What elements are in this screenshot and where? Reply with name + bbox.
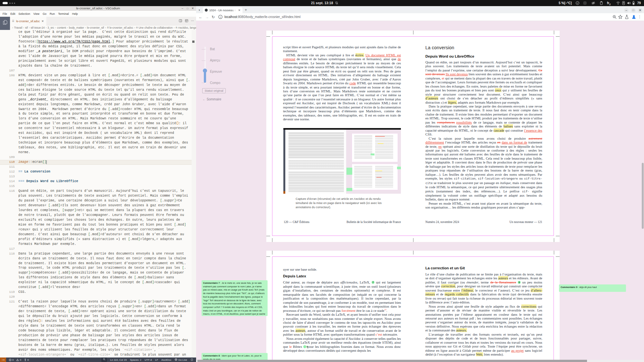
editor-line[interactable]: boutons de la barre de menu (gras, itali… (0, 343, 192, 348)
language-mode[interactable]: AsciiDoc (161, 358, 171, 361)
display-icon[interactable] (583, 1, 587, 5)
editor-line[interactable]: #ceux# qui y utilisent les feuilles de s… (0, 227, 192, 232)
profile-avatar-icon[interactable] (631, 14, 636, 19)
editor-line[interactable]: est Asciidoc, qui est inspiré de Docbook… (0, 131, 192, 136)
horizontal-scrollbar-thumb[interactable] (197, 360, 587, 362)
check-circle-icon[interactable] (575, 1, 580, 5)
editor-line[interactable]: se concentre sur l’essentiel nécessaire … (0, 126, 192, 131)
editor-line[interactable]: partie de ce que l’on peut faire en HTML… (0, 121, 192, 126)
system-monitor-indicator[interactable]: 5 %[–°C] (559, 0, 572, 6)
breadcrumb-item[interactable]: body_matter (69, 26, 84, 29)
breadcrumb[interactable]: ›Travail›sif›sif-issue-24›3_src›content›… (10, 25, 196, 30)
bookmark-star-icon[interactable] (618, 14, 623, 19)
editor-line[interactable]: l’essentiel des caractéristiques. Asciid… (0, 136, 192, 141)
tab-close-icon[interactable]: ✕ (42, 20, 44, 23)
editor-line[interactable]: plus souvent. Les traitements de texte a… (0, 194, 192, 199)
step-compo[interactable]: Compo (210, 81, 220, 85)
breadcrumb-item[interactable]: 3_src (48, 26, 54, 29)
editor-line[interactable]: Cela peut finir par être gênant, quand o… (0, 93, 192, 97)
editor-line[interactable]: à du texte simple, et sera pourtant inte… (0, 112, 192, 116)
editor-line[interactable]: l’adoption d’une norme pour les médias p… (0, 35, 192, 40)
editor-line[interactable]: à la fixité du média paginé, il faut don… (0, 44, 192, 49)
editor-line[interactable]: 113 (0, 174, 192, 179)
go-live[interactable]: Go Live (175, 358, 187, 361)
breadcrumb-item[interactable]: Travail (14, 26, 22, 29)
url-bar[interactable]: localhost:8080/body_matter/le-crosnier_s… (224, 15, 300, 19)
editor-line[interactable]: constitue [.add]#l'essence des# (0, 285, 192, 290)
editor-line[interactable]: 114=== Depuis Word ou LibreOffice (0, 179, 192, 184)
eye-off-icon[interactable] (591, 1, 595, 5)
editor-line[interactable]: suppr]#compétences# [.add]#possibilités#… (0, 271, 192, 275)
cursor-position[interactable]: Ln 110, Col 15 (110, 358, 127, 361)
notifications-bell-icon[interactable] (190, 358, 194, 361)
editor-line[interactable]: code beaucoup plus lisible, léger et ada… (0, 329, 192, 333)
more-actions-icon[interactable]: ⋯ (191, 19, 194, 23)
tab-search-chevron-icon[interactable]: ▾ (199, 9, 200, 12)
close-button[interactable]: ✕ (191, 7, 194, 10)
editor-line[interactable]: #différemment# l’encodage HTML des artic… (0, 304, 192, 309)
split-editor-icon[interactable] (179, 19, 182, 23)
editor-line[interactable]: technique et incorpore beaucoup plus d’é… (0, 141, 192, 145)
browser-minimize-button[interactable]: – (624, 8, 629, 13)
forward-icon[interactable]: → (205, 15, 209, 19)
editor-line[interactable]: 120 (0, 295, 192, 300)
ports-indicator[interactable]: 0 (24, 358, 29, 361)
restore-button[interactable]: □ (186, 7, 189, 10)
tab-le-crosnier-sif-adoc[interactable]: ☰ le-crosnier_sif.adoc ✕ (10, 17, 46, 25)
menu-help[interactable]: Help (72, 12, 78, 15)
menu-go[interactable]: Go (43, 12, 46, 15)
clock[interactable]: 21 sept. 13:18 (311, 0, 338, 6)
editor-line[interactable]: de notre travail, plutôt que de l’accomp… (0, 213, 192, 218)
sommaire-link[interactable]: ← Sommaire (203, 97, 221, 101)
breadcrumb-item[interactable]: le-crosnier_sif (87, 26, 104, 29)
editor-line[interactable]: 109 (0, 155, 192, 160)
editor-line[interactable]: 119CSS. (0, 290, 192, 295)
browser-close-button[interactable]: ✕ (638, 8, 642, 13)
battery-icon[interactable] (631, 1, 636, 5)
editor-line[interactable]: tableaux, des notes, une bibliographie, … (0, 145, 192, 150)
menu-view[interactable]: View (33, 12, 40, 15)
editor-line[interactable]: lourdes et complexes, [suppr]#et# qui se… (0, 208, 192, 213)
editor-line[interactable]: ajoutés dans la chaîne de traitement. (0, 64, 192, 69)
new-tab-button[interactable]: + (245, 8, 247, 12)
breadcrumb-item[interactable]: sif-issue-24 (31, 26, 44, 29)
layout-icon[interactable] (185, 19, 188, 23)
volume-icon[interactable] (627, 1, 631, 5)
editor-line[interactable]: 115 (0, 184, 192, 189)
editor-line[interactable]: avoir des noms sémantiques. Par exemple,… (0, 348, 192, 353)
editor[interactable]: ce que l’éditeur à organisé sur la page.… (0, 30, 192, 359)
minimize-button[interactable]: – (181, 7, 184, 10)
editor-line[interactable]: gens _écrivent_ directement en HTML. Des… (0, 97, 192, 102)
editor-line[interactable]: modifier _a posteriori_ le DOM produit p… (0, 49, 192, 54)
step-apercu[interactable]: Aperçu (210, 59, 220, 62)
zoom-icon[interactable] (612, 14, 617, 19)
step-bat[interactable]: Bat (210, 47, 215, 51)
stepper-knob[interactable] (203, 69, 207, 73)
editor-scrollbar[interactable] (192, 30, 196, 359)
step-epreuve[interactable]: Épreuve (210, 70, 222, 73)
editor-line[interactable]: sont devenues# [.add]#Ils sont devenus# … (0, 203, 192, 208)
editor-line[interactable]: 111 (0, 165, 192, 170)
editor-line[interactable]: +sif-locution-etrangere+` ou `+sif-titre… (0, 353, 192, 357)
editor-line[interactable]: style dans le traitement de texte sont t… (0, 324, 192, 329)
browser-restore-button[interactable]: □ (631, 8, 636, 13)
menu-selection[interactable]: Selection (18, 12, 30, 15)
editor-line[interactable]: production de prévoir une phase de balis… (0, 333, 192, 338)
menu-kebab-icon[interactable]: ⋮ (638, 15, 641, 19)
breadcrumb-item[interactable]: Une chaîne de collaboration (138, 26, 173, 29)
eol[interactable]: LF (155, 358, 158, 361)
remote-indicator[interactable]: ⧴ (0, 357, 6, 362)
editor-line[interactable]: add]#de# différentes entités. Le besoin … (0, 83, 192, 88)
breadcrumb-item[interactable]: sif (25, 26, 28, 29)
editor-line[interactable]: exclusifs et compliquer les choses lors … (0, 218, 192, 223)
editor-line[interactable]: est composé# de texte et de balises symé… (0, 78, 192, 83)
page-horizontal-scrollbar[interactable] (196, 360, 644, 362)
back-icon[interactable]: ← (199, 15, 203, 19)
menu-terminal[interactable]: Terminal (58, 12, 69, 15)
workspace-dot[interactable] (12, 3, 13, 4)
editor-line[interactable]: existent depuis longtemps, comme Markdow… (0, 102, 192, 107)
tab-close-icon[interactable]: ✕ (238, 9, 241, 12)
bluetooth-icon[interactable] (621, 1, 626, 5)
editor-line[interactable]: 112== La conversion (0, 170, 192, 174)
workspace-pill-active[interactable] (3, 2, 8, 4)
